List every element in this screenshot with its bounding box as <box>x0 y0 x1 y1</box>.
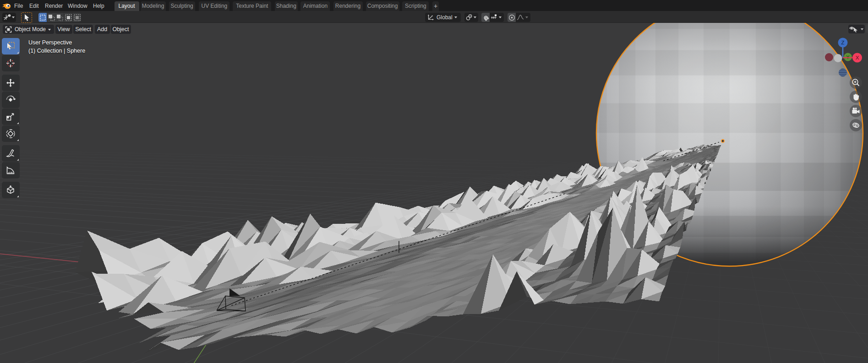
svg-text:X: X <box>856 55 859 60</box>
svg-text:Y: Y <box>846 54 849 60</box>
svg-text:Z: Z <box>841 40 844 45</box>
